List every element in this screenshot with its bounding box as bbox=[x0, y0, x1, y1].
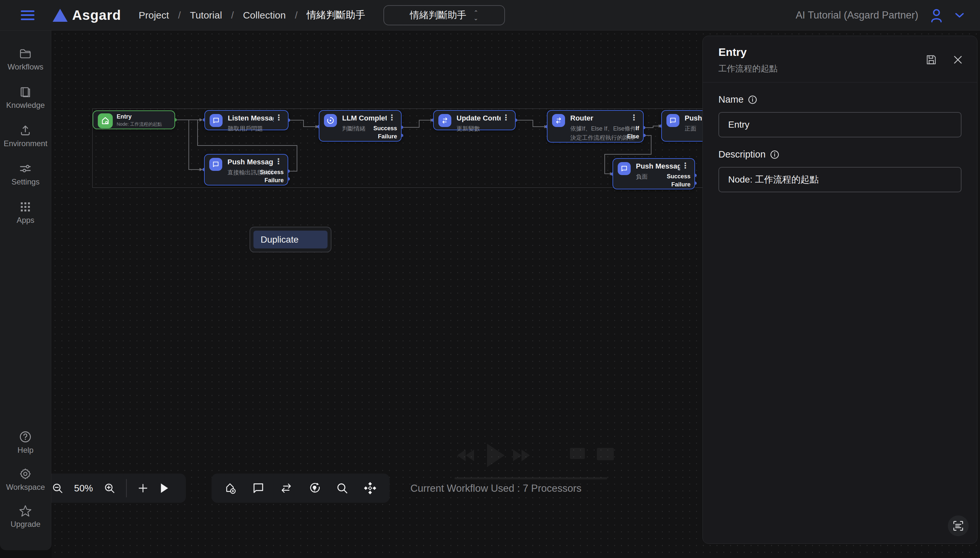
breadcrumb-collection[interactable]: Collection bbox=[243, 10, 286, 21]
upload-icon bbox=[19, 124, 31, 136]
name-input[interactable] bbox=[719, 112, 962, 137]
context-menu-item-duplicate[interactable]: Duplicate bbox=[253, 231, 327, 248]
apps-grid-icon bbox=[19, 201, 31, 213]
sliders-icon bbox=[19, 162, 31, 175]
zoom-in-button[interactable] bbox=[104, 483, 115, 494]
message-bubble-icon bbox=[618, 162, 631, 175]
scan-text-button[interactable] bbox=[948, 515, 968, 536]
top-navbar: Asgard Project / Tutorial / Collection /… bbox=[0, 0, 980, 31]
comment-button[interactable] bbox=[252, 483, 264, 494]
add-node-button[interactable] bbox=[138, 483, 148, 493]
port-failure[interactable]: Failure bbox=[671, 181, 691, 188]
node-push-message-reply[interactable]: Push Message 直接輸出訊息的回應內容 ⋮ Success Failu… bbox=[204, 154, 288, 185]
asgard-logo-icon bbox=[53, 9, 67, 22]
sidebar-item-apps[interactable]: Apps bbox=[16, 201, 35, 225]
folder-icon bbox=[19, 48, 31, 60]
sidebar-item-help[interactable]: Help bbox=[18, 431, 33, 455]
sidebar-item-workspace[interactable]: Workspace bbox=[6, 468, 45, 492]
node-menu-kebab-icon[interactable]: ⋮ bbox=[387, 114, 397, 121]
chevron-up-down-icon: ⌃⌃ bbox=[474, 10, 478, 20]
swap-arrows-icon bbox=[438, 114, 451, 127]
canvas-actions-toolbar bbox=[212, 474, 390, 503]
zoom-level-value: 50% bbox=[74, 483, 93, 494]
save-icon[interactable] bbox=[926, 54, 937, 65]
breadcrumb-tutorial[interactable]: Tutorial bbox=[190, 10, 222, 21]
breadcrumb-project[interactable]: Project bbox=[139, 10, 169, 21]
auto-suggest-button[interactable] bbox=[308, 482, 321, 494]
info-icon[interactable] bbox=[770, 150, 779, 159]
help-icon bbox=[19, 431, 31, 443]
breadcrumb: Project / Tutorial / Collection / 情緒判斷助手 bbox=[139, 8, 365, 22]
toolbar-divider bbox=[126, 479, 127, 497]
node-push-message-negative[interactable]: Push Message 負面 ⋮ Success Failure bbox=[613, 158, 695, 189]
message-bubble-icon bbox=[209, 158, 222, 171]
node-listen-message[interactable]: Listen Message 聽取用戶問題 ⋮ bbox=[204, 110, 289, 130]
node-update-context[interactable]: Update Context 更新變數 ⋮ bbox=[433, 110, 516, 130]
llm-cycle-icon bbox=[324, 114, 337, 127]
message-bubble-icon bbox=[210, 114, 223, 127]
entry-home-icon bbox=[98, 113, 113, 128]
node-llm-completion[interactable]: LLM Completion 判斷情緒 ⋮ Success Failure bbox=[319, 110, 401, 142]
sidebar-item-workflows[interactable]: Workflows bbox=[7, 48, 43, 71]
book-icon bbox=[19, 86, 31, 98]
context-menu: Duplicate bbox=[250, 227, 331, 253]
left-sidebar: Workflows Knowledge Environment Settings bbox=[0, 31, 51, 550]
hamburger-menu-icon[interactable] bbox=[21, 10, 35, 20]
sidebar-item-knowledge[interactable]: Knowledge bbox=[6, 86, 45, 110]
node-menu-kebab-icon[interactable]: ⋮ bbox=[680, 162, 691, 169]
router-arrows-icon bbox=[552, 114, 565, 127]
info-icon[interactable] bbox=[748, 95, 757, 104]
add-entry-node-button[interactable] bbox=[225, 482, 237, 494]
zoom-out-button[interactable] bbox=[52, 483, 63, 494]
port-success[interactable]: Success bbox=[373, 125, 397, 132]
port-if[interactable]: If bbox=[636, 125, 639, 132]
ghost-player-watermark bbox=[455, 444, 614, 479]
sidebar-item-settings[interactable]: Settings bbox=[12, 162, 39, 186]
search-button[interactable] bbox=[336, 483, 348, 494]
workflow-usage-status: Current Workflow Used : 7 Processors bbox=[410, 483, 582, 494]
port-success[interactable]: Success bbox=[667, 173, 691, 180]
node-entry[interactable]: Entry Node: 工作流程的起點 bbox=[93, 110, 175, 129]
user-avatar-icon[interactable] bbox=[930, 8, 943, 22]
sidebar-item-environment[interactable]: Environment bbox=[3, 124, 48, 148]
node-menu-kebab-icon[interactable]: ⋮ bbox=[273, 158, 284, 165]
connections-button[interactable] bbox=[280, 483, 293, 493]
workflow-selector-dropdown[interactable]: 情緒判斷助手 ⌃⌃ bbox=[383, 5, 505, 25]
port-else[interactable]: Else bbox=[627, 133, 639, 140]
node-menu-kebab-icon[interactable]: ⋮ bbox=[274, 114, 284, 121]
port-failure[interactable]: Failure bbox=[265, 177, 284, 184]
node-menu-kebab-icon[interactable]: ⋮ bbox=[501, 114, 511, 121]
account-chevron-down-icon[interactable] bbox=[955, 12, 964, 18]
sidebar-item-upgrade[interactable]: Upgrade bbox=[10, 505, 40, 529]
node-router[interactable]: Router 依據If、Else If、Else條件決定工作流程執行的路徑 ⋮ … bbox=[547, 110, 644, 143]
message-bubble-icon bbox=[666, 114, 679, 127]
app-logo-text: Asgard bbox=[72, 7, 121, 23]
description-field-label: Description bbox=[719, 149, 960, 160]
node-detail-panel: Entry 工作流程的起點 Name Description bbox=[702, 36, 977, 544]
port-success[interactable]: Success bbox=[260, 169, 284, 176]
fit-view-button[interactable] bbox=[363, 482, 377, 495]
description-input[interactable] bbox=[719, 167, 962, 192]
star-icon bbox=[19, 505, 31, 517]
gear-icon bbox=[19, 468, 31, 480]
account-label: AI Tutorial (Asgard Partner) bbox=[796, 10, 918, 21]
node-menu-kebab-icon[interactable]: ⋮ bbox=[629, 114, 639, 121]
run-workflow-button[interactable] bbox=[159, 483, 169, 494]
name-field-label: Name bbox=[719, 94, 960, 105]
breadcrumb-workflow-name[interactable]: 情緒判斷助手 bbox=[307, 8, 365, 22]
port-failure[interactable]: Failure bbox=[378, 133, 397, 140]
close-icon[interactable] bbox=[953, 55, 963, 65]
